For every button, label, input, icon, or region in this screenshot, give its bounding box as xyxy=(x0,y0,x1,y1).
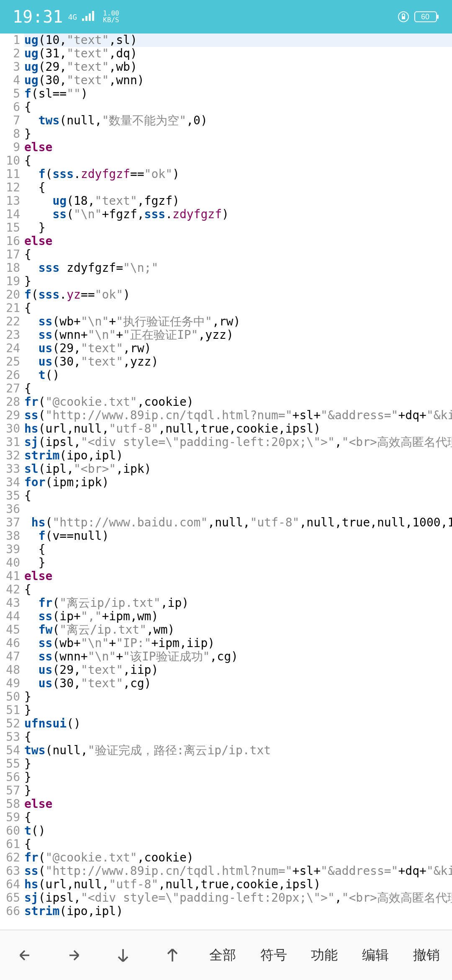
toolbar-all[interactable]: 全部 xyxy=(209,946,236,965)
code-line[interactable]: tws(null,"数量不能为空",0) xyxy=(24,114,452,127)
code-line[interactable]: } xyxy=(24,275,452,288)
code-line[interactable]: ss(wb+"\n"+"执行验证任务中",rw) xyxy=(24,315,452,328)
code-line[interactable]: sl(ipl,"<br>",ipk) xyxy=(24,462,452,476)
line-number: 5 xyxy=(0,87,20,101)
code-line[interactable]: hs(url,null,"utf-8",null,true,cookie,ips… xyxy=(24,878,452,891)
arrow-down-button[interactable] xyxy=(110,943,136,968)
code-line[interactable]: ss(wnn+"\n"+"该IP验证成功",cg) xyxy=(24,650,452,663)
line-number: 65 xyxy=(0,891,20,905)
line-number: 10 xyxy=(0,154,20,168)
line-number: 33 xyxy=(0,462,20,476)
code-line[interactable]: fr("@cookie.txt",cookie) xyxy=(24,851,452,864)
code-line[interactable]: f(sl=="") xyxy=(24,87,452,101)
code-line[interactable]: } xyxy=(24,127,452,141)
code-editor[interactable]: 1234567891011121314151617181920212223242… xyxy=(0,34,452,930)
code-line[interactable]: sss zdyfgzf="\n;" xyxy=(24,261,452,275)
code-line[interactable]: tws(null,"验证完成，路径:离云ip/ip.txt xyxy=(24,744,452,757)
code-line[interactable]: t() xyxy=(24,824,452,838)
code-line[interactable]: } xyxy=(24,784,452,797)
code-line[interactable]: us(29,"text",rw) xyxy=(24,342,452,355)
code-line[interactable]: { xyxy=(24,154,452,168)
code-line[interactable]: ug(18,"text",fgzf) xyxy=(24,194,452,208)
code-line[interactable] xyxy=(24,503,452,516)
line-number: 2 xyxy=(0,47,20,60)
code-line[interactable]: for(ipm;ipk) xyxy=(24,476,452,489)
code-line[interactable]: ss(ip+","+ipm,wm) xyxy=(24,610,452,623)
code-line[interactable]: us(30,"text",yzz) xyxy=(24,355,452,369)
code-line[interactable]: { xyxy=(24,730,452,744)
code-line[interactable]: { xyxy=(24,583,452,596)
code-line[interactable]: { xyxy=(24,838,452,851)
code-line[interactable]: { xyxy=(24,181,452,194)
line-number: 24 xyxy=(0,342,20,355)
code-line[interactable]: ss("http://www.89ip.cn/tqdl.html?num="+s… xyxy=(24,864,452,878)
code-line[interactable]: ufnsui() xyxy=(24,717,452,730)
toolbar-undo[interactable]: 撤销 xyxy=(413,946,440,965)
svg-rect-0 xyxy=(82,18,84,21)
arrow-right-button[interactable] xyxy=(62,943,87,968)
code-line[interactable]: f(sss.yz=="ok") xyxy=(24,288,452,302)
arrow-left-button[interactable] xyxy=(12,943,37,968)
svg-text:60: 60 xyxy=(421,13,429,21)
code-line[interactable]: f(v==null) xyxy=(24,529,452,543)
net-speed: 1.00 KB/S xyxy=(103,10,119,23)
code-line[interactable]: strim(ipo,ipl) xyxy=(24,449,452,462)
code-line[interactable]: ug(10,"text",sl) xyxy=(24,34,452,47)
code-line[interactable]: } xyxy=(24,771,452,784)
line-number: 57 xyxy=(0,784,20,797)
code-line[interactable]: ug(29,"text",wb) xyxy=(24,60,452,74)
line-number: 49 xyxy=(0,677,20,690)
code-line[interactable]: ss("http://www.89ip.cn/tqdl.html?num="+s… xyxy=(24,409,452,422)
code-line[interactable]: t() xyxy=(24,369,452,382)
code-line[interactable]: } xyxy=(24,556,452,570)
code-line[interactable]: us(29,"text",iip) xyxy=(24,663,452,677)
code-line[interactable]: { xyxy=(24,248,452,261)
code-line[interactable]: fr("@cookie.txt",cookie) xyxy=(24,395,452,409)
code-line[interactable]: else xyxy=(24,235,452,248)
line-number: 44 xyxy=(0,610,20,623)
code-line[interactable]: else xyxy=(24,141,452,154)
code-line[interactable]: { xyxy=(24,811,452,824)
line-number: 13 xyxy=(0,194,20,208)
code-line[interactable]: } xyxy=(24,690,452,704)
code-line[interactable]: ss("\n"+fgzf,sss.zdyfgzf) xyxy=(24,208,452,221)
code-line[interactable]: else xyxy=(24,570,452,583)
toolbar-function[interactable]: 功能 xyxy=(311,946,338,965)
line-number: 30 xyxy=(0,422,20,436)
code-line[interactable]: hs("http://www.baidu.com",null,"utf-8",n… xyxy=(24,516,452,529)
code-line[interactable]: { xyxy=(24,302,452,315)
line-number: 27 xyxy=(0,382,20,395)
arrow-up-button[interactable] xyxy=(160,943,185,968)
toolbar-symbol[interactable]: 符号 xyxy=(260,946,287,965)
line-number: 39 xyxy=(0,543,20,556)
line-number: 31 xyxy=(0,436,20,449)
toolbar-edit[interactable]: 编辑 xyxy=(362,946,389,965)
code-content[interactable]: ug(10,"text",sl)ug(31,"text",dq)ug(29,"t… xyxy=(24,34,452,930)
code-line[interactable]: fr("离云ip/ip.txt",ip) xyxy=(24,596,452,610)
code-line[interactable]: { xyxy=(24,382,452,395)
code-line[interactable]: sj(ipsl,"<div style=\"padding-left:20px;… xyxy=(24,436,452,449)
code-line[interactable]: ss(wb+"\n"+"IP:"+ipm,iip) xyxy=(24,637,452,650)
code-line[interactable]: ug(31,"text",dq) xyxy=(24,47,452,60)
line-number: 23 xyxy=(0,328,20,342)
code-line[interactable]: } xyxy=(24,221,452,235)
code-line[interactable]: fw("离云/ip.txt",wm) xyxy=(24,623,452,637)
code-line[interactable]: ug(30,"text",wnn) xyxy=(24,74,452,87)
code-line[interactable]: us(30,"text",cg) xyxy=(24,677,452,690)
line-number: 42 xyxy=(0,583,20,596)
code-line[interactable]: f(sss.zdyfgzf=="ok") xyxy=(24,168,452,181)
code-line[interactable]: strim(ipo,ipl) xyxy=(24,905,452,918)
code-line[interactable]: { xyxy=(24,543,452,556)
code-line[interactable]: { xyxy=(24,101,452,114)
code-line[interactable]: hs(url,null,"utf-8",null,true,cookie,ips… xyxy=(24,422,452,436)
code-line[interactable]: } xyxy=(24,704,452,717)
code-line[interactable]: sj(ipsl,"<div style=\"padding-left:20px;… xyxy=(24,891,452,905)
svg-rect-3 xyxy=(92,11,94,21)
code-line[interactable]: else xyxy=(24,797,452,811)
code-line[interactable]: } xyxy=(24,757,452,771)
code-line[interactable]: { xyxy=(24,489,452,503)
line-number: 54 xyxy=(0,744,20,757)
line-number: 60 xyxy=(0,824,20,838)
code-line[interactable]: ss(wnn+"\n"+"正在验证IP",yzz) xyxy=(24,328,452,342)
line-number: 43 xyxy=(0,596,20,610)
